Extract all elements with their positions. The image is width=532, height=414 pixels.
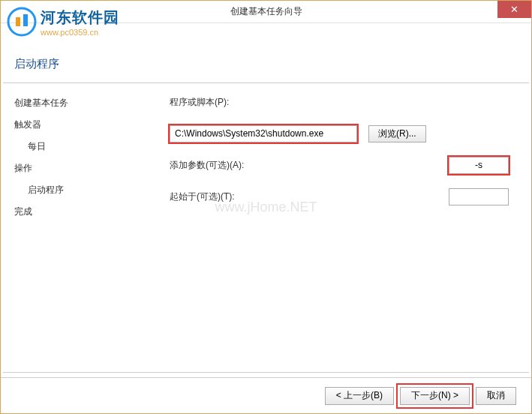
logo-title: 河东软件园	[41, 8, 119, 28]
sidebar-subitem-daily[interactable]: 每日	[14, 136, 147, 158]
window-title: 创建基本任务向导	[230, 5, 302, 18]
svg-rect-1	[16, 17, 20, 26]
page-title: 启动程序	[14, 57, 518, 71]
logo-watermark: 河东软件园 www.pc0359.cn	[7, 7, 119, 37]
sidebar-item-create-task[interactable]: 创建基本任务	[14, 92, 147, 114]
sidebar-item-action[interactable]: 操作	[14, 158, 147, 179]
sidebar-item-trigger[interactable]: 触发器	[14, 114, 147, 136]
content-area: 创建基本任务 触发器 每日 操作 启动程序 完成 程序或脚本(P): 浏览(R)…	[1, 83, 531, 372]
close-icon: ✕	[510, 4, 518, 15]
start-label: 起始于(可选)(T):	[170, 190, 260, 203]
close-button[interactable]: ✕	[497, 1, 531, 18]
program-label: 程序或脚本(P):	[170, 96, 260, 109]
form-area: 程序或脚本(P): 浏览(R)... 添加参数(可选)(A): 起始于(可选)(…	[147, 83, 531, 372]
args-input[interactable]	[449, 157, 509, 174]
browse-button[interactable]: 浏览(R)...	[368, 125, 426, 142]
sidebar: 创建基本任务 触发器 每日 操作 启动程序 完成	[1, 83, 147, 372]
sidebar-item-finish[interactable]: 完成	[14, 201, 147, 223]
next-button[interactable]: 下一步(N) >	[400, 387, 470, 405]
program-input[interactable]	[170, 125, 357, 142]
svg-rect-2	[23, 14, 28, 26]
back-button[interactable]: < 上一步(B)	[325, 387, 394, 405]
logo-subtitle: www.pc0359.cn	[41, 28, 119, 37]
args-label: 添加参数(可选)(A):	[170, 159, 260, 172]
footer: < 上一步(B) 下一步(N) > 取消	[1, 377, 531, 413]
svg-point-0	[8, 8, 35, 35]
logo-icon	[7, 7, 37, 37]
start-input[interactable]	[449, 188, 509, 206]
footer-divider	[3, 372, 529, 373]
sidebar-subitem-start-program[interactable]: 启动程序	[14, 179, 147, 201]
cancel-button[interactable]: 取消	[476, 387, 516, 405]
